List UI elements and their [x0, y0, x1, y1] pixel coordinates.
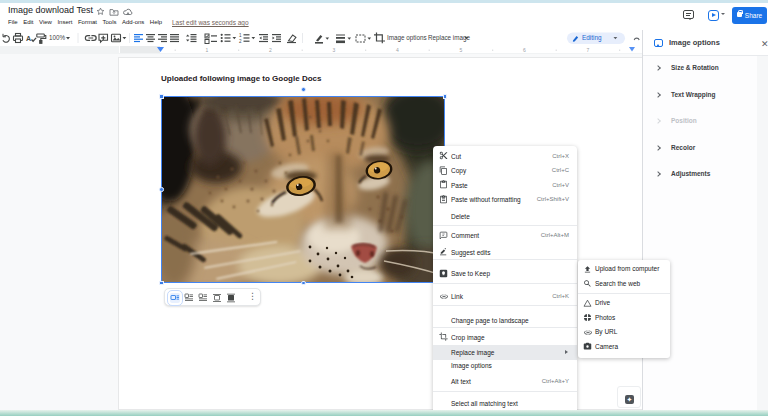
svg-text:Image options: Image options: [387, 34, 427, 42]
svg-text:5: 5: [460, 47, 463, 53]
svg-text:2: 2: [269, 47, 272, 53]
svg-text:2: 2: [239, 39, 242, 44]
svg-text:A: A: [26, 35, 31, 42]
svg-text:4: 4: [396, 47, 399, 53]
svg-text:100%: 100%: [49, 34, 66, 41]
svg-text:Replace image: Replace image: [428, 34, 471, 42]
svg-text:Editing: Editing: [582, 34, 602, 42]
svg-text:3: 3: [333, 47, 336, 53]
svg-text:1: 1: [206, 47, 209, 53]
svg-text:1: 1: [239, 33, 242, 38]
svg-text:6: 6: [523, 47, 526, 53]
svg-text:7: 7: [587, 47, 590, 53]
